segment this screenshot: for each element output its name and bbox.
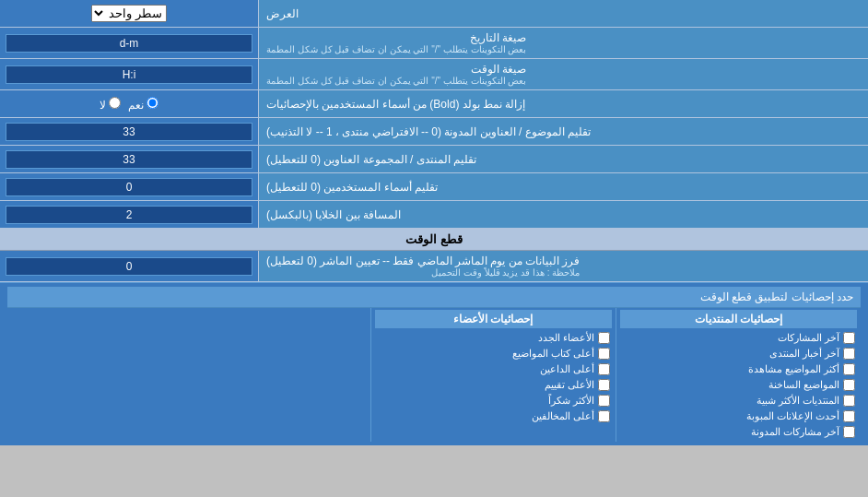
time-cut-label: فرز البيانات من يوم الماشر الماضي فقط --… xyxy=(258,251,868,281)
blog-posts-label: آخر مشاركات المدونة xyxy=(751,426,839,438)
time-format-input[interactable] xyxy=(6,65,252,84)
time-format-row: صيغة الوقت بعض التكوينات يتطلب "/" التي … xyxy=(0,59,868,90)
bold-remove-title: إزالة نمط بولد (Bold) من أسماء المستخدمي… xyxy=(266,98,525,111)
top-writers-label: أعلى كتاب المواضيع xyxy=(512,348,594,360)
stats-item-latest-classified: أحدث الإعلانات المبوبة xyxy=(620,408,857,424)
top-violators-label: أعلى المخالفين xyxy=(532,410,594,422)
forum-order-title: تقليم المنتدى / المجموعة العناوين (0 للت… xyxy=(266,153,476,166)
most-similar-checkbox[interactable] xyxy=(843,395,855,407)
stats-col-members: إحصائيات الأعضاء الأعضاء الجدد أعلى كتاب… xyxy=(370,308,616,442)
subject-order-label: تقليم الموضوع / العناوين المدونة (0 -- ا… xyxy=(258,118,868,145)
latest-classified-checkbox[interactable] xyxy=(843,410,855,422)
latest-posts-label: آخر المشاركات xyxy=(778,332,839,344)
stats-col-empty xyxy=(7,308,370,442)
bold-yes-radio[interactable] xyxy=(147,97,158,109)
most-viewed-checkbox[interactable] xyxy=(843,363,855,375)
new-members-label: الأعضاء الجدد xyxy=(538,332,594,344)
subject-order-title: تقليم الموضوع / العناوين المدونة (0 -- ا… xyxy=(266,125,591,138)
time-format-label: صيغة الوقت بعض التكوينات يتطلب "/" التي … xyxy=(258,59,868,89)
date-format-input-container xyxy=(0,28,258,58)
cell-distance-title: المسافة بين الخلايا (بالبكسل) xyxy=(266,208,401,221)
blog-posts-checkbox[interactable] xyxy=(843,426,855,438)
date-format-row: صيغة التاريخ بعض التكوينات يتطلب "/" الت… xyxy=(0,28,868,59)
stats-item-top-writers: أعلى كتاب المواضيع xyxy=(375,346,612,361)
most-thanks-checkbox[interactable] xyxy=(598,395,610,407)
forum-order-label: تقليم المنتدى / المجموعة العناوين (0 للت… xyxy=(258,146,868,172)
stats-item-top-violators: أعلى المخالفين xyxy=(375,408,612,424)
subject-order-row: تقليم الموضوع / العناوين المدونة (0 -- ا… xyxy=(0,118,868,146)
time-cut-title: فرز البيانات من يوم الماشر الماضي فقط --… xyxy=(266,254,580,267)
time-cut-input[interactable] xyxy=(6,257,252,276)
latest-posts-checkbox[interactable] xyxy=(843,332,855,344)
display-text: العرض xyxy=(266,7,299,20)
bold-yes-text: نعم xyxy=(128,99,144,112)
time-format-sublabel: بعض التكوينات يتطلب "/" التي يمكن ان تضا… xyxy=(266,76,526,86)
bold-no-radio[interactable] xyxy=(109,97,121,109)
time-format-input-container xyxy=(0,59,258,89)
stats-item-most-thanks: الأكثر شكراً xyxy=(375,393,612,408)
stats-item-top-inviters: أعلى الداعين xyxy=(375,361,612,377)
latest-news-checkbox[interactable] xyxy=(843,348,855,360)
top-rated-checkbox[interactable] xyxy=(598,379,610,391)
stats-item-hot-topics: المواضيع الساخنة xyxy=(620,377,857,393)
display-label: العرض xyxy=(258,0,868,27)
bold-no-label[interactable]: لا xyxy=(100,97,121,112)
subject-order-input[interactable] xyxy=(6,123,252,141)
stats-item-latest-posts: آخر المشاركات xyxy=(620,330,857,346)
stats-item-most-similar: المنتديات الأكثر شبية xyxy=(620,393,857,408)
username-order-row: تقليم أسماء المستخدمين (0 للتعطيل) xyxy=(0,173,868,201)
forum-order-input-container xyxy=(0,146,258,172)
date-format-label: صيغة التاريخ بعض التكوينات يتطلب "/" الت… xyxy=(258,28,868,58)
bold-remove-label: إزالة نمط بولد (Bold) من أسماء المستخدمي… xyxy=(258,90,868,117)
stats-item-latest-news: آخر أخبار المنتدى xyxy=(620,346,857,361)
username-order-label: تقليم أسماء المستخدمين (0 للتعطيل) xyxy=(258,173,868,200)
stats-header: حدد إحصائيات لتطبيق قطع الوقت xyxy=(7,287,861,308)
top-label-row: العرض سطر واحد سطرين ثلاثة أسطر xyxy=(0,0,868,28)
stats-col-members-header: إحصائيات الأعضاء xyxy=(375,310,612,328)
time-cut-row: فرز البيانات من يوم الماشر الماضي فقط --… xyxy=(0,251,868,282)
top-writers-checkbox[interactable] xyxy=(598,348,610,360)
stats-col-forums: إحصائيات المنتديات آخر المشاركات آخر أخب… xyxy=(616,308,861,442)
stats-item-top-rated: الأعلى تقييم xyxy=(375,377,612,393)
top-violators-checkbox[interactable] xyxy=(598,410,610,422)
hot-topics-label: المواضيع الساخنة xyxy=(768,379,839,391)
display-select[interactable]: سطر واحد سطرين ثلاثة أسطر xyxy=(91,5,167,22)
username-order-input[interactable] xyxy=(6,178,252,196)
username-order-title: تقليم أسماء المستخدمين (0 للتعطيل) xyxy=(266,181,438,194)
cell-distance-input[interactable] xyxy=(6,206,252,224)
members-stats-title: إحصائيات الأعضاء xyxy=(453,313,533,325)
forums-stats-title: إحصائيات المنتديات xyxy=(695,313,782,325)
stats-section: حدد إحصائيات لتطبيق قطع الوقت إحصائيات ا… xyxy=(0,282,868,445)
latest-news-label: آخر أخبار المنتدى xyxy=(769,348,839,360)
main-container: العرض سطر واحد سطرين ثلاثة أسطر صيغة الت… xyxy=(0,0,868,445)
most-viewed-label: أكثر المواضيع مشاهدة xyxy=(748,363,839,375)
time-cut-input-container xyxy=(0,251,258,281)
bold-yes-label[interactable]: نعم xyxy=(128,97,158,112)
time-cut-header-text: قطع الوقت xyxy=(405,232,463,246)
date-format-title: صيغة التاريخ xyxy=(266,31,526,44)
stats-header-text: حدد إحصائيات لتطبيق قطع الوقت xyxy=(700,290,853,303)
most-thanks-label: الأكثر شكراً xyxy=(548,395,594,407)
new-members-checkbox[interactable] xyxy=(598,332,610,344)
display-select-container: سطر واحد سطرين ثلاثة أسطر xyxy=(0,0,258,27)
bold-remove-radio-container: نعم لا xyxy=(0,90,258,117)
forum-order-input[interactable] xyxy=(6,150,252,169)
bold-no-text: لا xyxy=(100,99,106,112)
stats-item-new-members: الأعضاء الجدد xyxy=(375,330,612,346)
date-format-input[interactable] xyxy=(6,34,252,53)
stats-col-forums-header: إحصائيات المنتديات xyxy=(620,310,857,328)
bold-remove-row: إزالة نمط بولد (Bold) من أسماء المستخدمي… xyxy=(0,90,868,118)
time-format-title: صيغة الوقت xyxy=(266,63,526,76)
stats-item-blog-posts: آخر مشاركات المدونة xyxy=(620,424,857,440)
date-format-sublabel: بعض التكوينات يتطلب "/" التي يمكن ان تضا… xyxy=(266,44,526,54)
stats-columns: إحصائيات المنتديات آخر المشاركات آخر أخب… xyxy=(7,308,861,442)
hot-topics-checkbox[interactable] xyxy=(843,379,855,391)
most-similar-label: المنتديات الأكثر شبية xyxy=(757,395,839,407)
top-inviters-checkbox[interactable] xyxy=(598,363,610,375)
stats-item-most-viewed: أكثر المواضيع مشاهدة xyxy=(620,361,857,377)
cell-distance-label: المسافة بين الخلايا (بالبكسل) xyxy=(258,201,868,228)
time-cut-section-header: قطع الوقت xyxy=(0,229,868,251)
bold-radio-group: نعم لا xyxy=(100,97,159,112)
username-order-input-container xyxy=(0,173,258,200)
forum-order-row: تقليم المنتدى / المجموعة العناوين (0 للت… xyxy=(0,146,868,173)
